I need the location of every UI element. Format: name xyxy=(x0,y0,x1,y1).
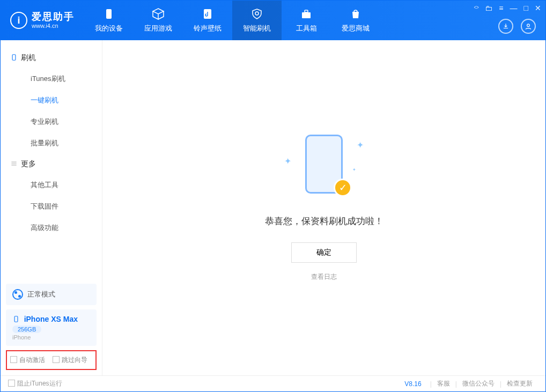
mode-icon xyxy=(12,289,23,300)
nav-my-device[interactable]: 我的设备 xyxy=(84,1,134,40)
view-log-link[interactable]: 查看日志 xyxy=(311,272,337,282)
menu-icon[interactable]: ≡ xyxy=(499,4,503,12)
footer-link-support[interactable]: 客服 xyxy=(437,379,450,388)
device-small-icon xyxy=(12,315,20,323)
bag-icon xyxy=(349,8,362,20)
list-icon xyxy=(10,160,18,167)
download-button[interactable] xyxy=(498,19,513,34)
mode-card[interactable]: 正常模式 xyxy=(6,284,97,305)
maximize-icon[interactable]: □ xyxy=(524,4,528,12)
sidebar-bottom: 正常模式 iPhone XS Max 256GB iPhone 自动激活 跳过向… xyxy=(6,284,97,370)
sidebar-item-pro-flash[interactable]: 专业刷机 xyxy=(1,111,102,132)
tshirt-icon[interactable]: ⌔ xyxy=(474,4,478,12)
version-label: V8.16 xyxy=(404,380,421,388)
device-name: iPhone XS Max xyxy=(24,315,78,323)
chk-block-itunes[interactable]: 阻止iTunes运行 xyxy=(8,379,62,388)
mode-label: 正常模式 xyxy=(27,290,55,299)
main-content: ✦ ✦ ✦ ✓ 恭喜您，保资料刷机成功啦！ 确定 查看日志 xyxy=(102,40,545,375)
nav-toolbox[interactable]: 工具箱 xyxy=(282,1,331,40)
checkbox-icon xyxy=(8,380,15,387)
svg-rect-3 xyxy=(302,12,311,18)
lock-icon[interactable]: 🗀 xyxy=(485,4,492,12)
success-illustration: ✦ ✦ ✦ ✓ xyxy=(281,135,367,199)
top-nav: 我的设备 应用游戏 铃声壁纸 智能刷机 工具箱 爱思商城 xyxy=(84,1,380,40)
svg-rect-7 xyxy=(14,316,18,322)
toolbox-icon xyxy=(300,8,313,20)
logo-icon: i xyxy=(10,12,27,29)
user-icon xyxy=(525,23,532,30)
checkbox-icon xyxy=(10,356,17,363)
nav-ringtones[interactable]: 铃声壁纸 xyxy=(183,1,232,40)
svg-rect-4 xyxy=(305,10,308,12)
sidebar-item-download-fw[interactable]: 下载固件 xyxy=(1,196,102,217)
logo: i 爱思助手 www.i4.cn xyxy=(1,12,84,29)
nav-flash[interactable]: 智能刷机 xyxy=(232,1,282,40)
device-card[interactable]: iPhone XS Max 256GB iPhone xyxy=(6,309,97,346)
chk-skip-guide[interactable]: 跳过向导 xyxy=(53,356,87,365)
sidebar-group-flash: 刷机 xyxy=(1,48,102,68)
storage-badge: 256GB xyxy=(12,326,41,333)
device-type: iPhone xyxy=(12,334,90,341)
cube-icon xyxy=(152,8,165,20)
sidebar-item-batch-flash[interactable]: 批量刷机 xyxy=(1,132,102,154)
sidebar-item-itunes-flash[interactable]: iTunes刷机 xyxy=(1,68,102,90)
chk-auto-activate[interactable]: 自动激活 xyxy=(10,356,45,365)
nav-apps[interactable]: 应用游戏 xyxy=(134,1,183,40)
close-icon[interactable]: ✕ xyxy=(535,4,541,12)
shield-icon xyxy=(250,8,263,20)
svg-point-5 xyxy=(527,24,530,27)
sidebar-item-oneclick-flash[interactable]: 一键刷机 xyxy=(1,90,102,111)
phone-small-icon xyxy=(10,54,18,61)
app-subtitle: www.i4.cn xyxy=(32,23,75,29)
body: 刷机 iTunes刷机 一键刷机 专业刷机 批量刷机 更多 其他工具 下载固件 … xyxy=(1,40,545,375)
footer-link-update[interactable]: 检查更新 xyxy=(507,379,533,388)
app-title: 爱思助手 xyxy=(32,12,75,23)
app-header: i 爱思助手 www.i4.cn 我的设备 应用游戏 铃声壁纸 智能刷机 工具箱… xyxy=(1,1,545,40)
checkbox-icon xyxy=(53,356,60,363)
success-message: 恭喜您，保资料刷机成功啦！ xyxy=(265,215,383,227)
minimize-icon[interactable]: — xyxy=(510,4,518,12)
footer: 阻止iTunes运行 V8.16 |客服 |微信公众号 |检查更新 xyxy=(1,375,545,391)
device-icon xyxy=(102,8,115,20)
check-badge-icon: ✓ xyxy=(334,179,352,197)
nav-store[interactable]: 爱思商城 xyxy=(331,1,380,40)
svg-rect-6 xyxy=(12,55,16,61)
download-icon xyxy=(502,23,510,30)
svg-point-2 xyxy=(255,12,259,15)
user-button[interactable] xyxy=(521,19,536,34)
sparkle-icon: ✦ xyxy=(357,140,364,150)
sidebar-item-other-tools[interactable]: 其他工具 xyxy=(1,174,102,196)
music-file-icon xyxy=(201,8,214,20)
sidebar: 刷机 iTunes刷机 一键刷机 专业刷机 批量刷机 更多 其他工具 下载固件 … xyxy=(1,40,102,375)
window-controls: ⌔ 🗀 ≡ — □ ✕ xyxy=(474,4,541,12)
sidebar-group-more: 更多 xyxy=(1,154,102,174)
header-right-buttons xyxy=(498,19,536,34)
ok-button[interactable]: 确定 xyxy=(291,242,357,263)
checkbox-row-highlighted: 自动激活 跳过向导 xyxy=(6,350,97,370)
sparkle-icon: ✦ xyxy=(352,167,356,172)
svg-rect-0 xyxy=(106,9,112,19)
footer-link-wechat[interactable]: 微信公众号 xyxy=(462,379,495,388)
sidebar-item-advanced[interactable]: 高级功能 xyxy=(1,217,102,239)
sparkle-icon: ✦ xyxy=(284,156,291,166)
